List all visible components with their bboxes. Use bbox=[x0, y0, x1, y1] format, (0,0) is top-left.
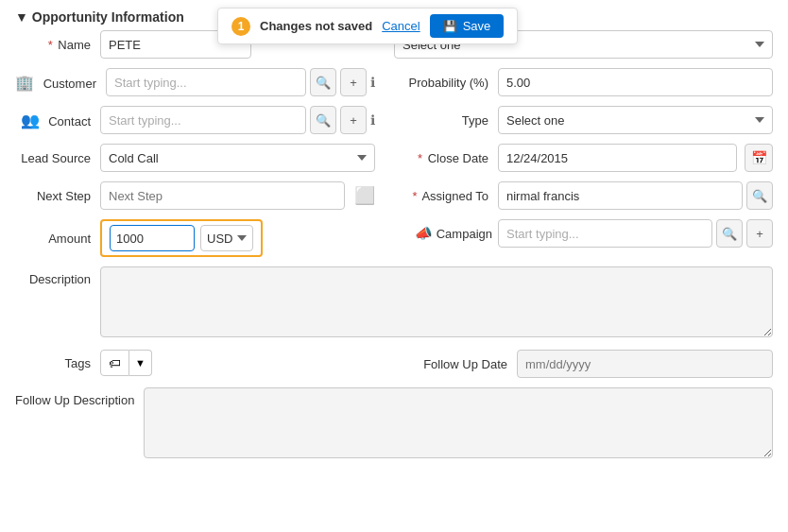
name-label: * Name bbox=[15, 38, 100, 52]
notification-message: Changes not saved bbox=[260, 19, 372, 33]
campaign-control: 🔍 + bbox=[498, 219, 773, 248]
campaign-add-btn[interactable]: + bbox=[746, 219, 773, 248]
contact-add-btn[interactable]: + bbox=[340, 106, 367, 134]
contact-info-icon[interactable]: ℹ bbox=[370, 112, 375, 128]
save-button[interactable]: 💾 Save bbox=[430, 14, 505, 38]
next-step-control: ⬜ bbox=[100, 181, 375, 210]
campaign-search-btn[interactable]: 🔍 bbox=[716, 219, 743, 248]
probability-input[interactable] bbox=[498, 68, 773, 96]
contact-search-btn[interactable]: 🔍 bbox=[310, 106, 336, 134]
assigned-to-input[interactable] bbox=[498, 181, 743, 210]
save-icon: 💾 bbox=[443, 20, 457, 33]
description-control bbox=[100, 266, 773, 340]
name-required-star: * bbox=[48, 38, 53, 52]
tag-icon: 🏷 bbox=[109, 356, 121, 370]
type-select[interactable]: Select one bbox=[498, 106, 773, 134]
customer-label: 🏢 Customer bbox=[15, 74, 106, 92]
save-label: Save bbox=[463, 19, 491, 33]
amount-input[interactable] bbox=[110, 225, 195, 251]
type-label: Type bbox=[394, 113, 498, 128]
customer-icon: 🏢 bbox=[15, 75, 34, 91]
customer-control: 🔍 + ℹ bbox=[106, 68, 375, 96]
type-right: Type Select one bbox=[394, 106, 773, 134]
lead-source-select[interactable]: Cold Call Web Phone Inquiry Partner Othe… bbox=[100, 144, 375, 172]
lead-source-row: Lead Source Cold Call Web Phone Inquiry … bbox=[15, 144, 773, 172]
page-wrapper: 1 Changes not saved Cancel 💾 Save ▼ Oppo… bbox=[0, 0, 788, 532]
next-step-input[interactable] bbox=[100, 181, 345, 210]
description-textarea[interactable] bbox=[100, 266, 773, 337]
currency-select[interactable]: USD EUR GBP bbox=[200, 225, 253, 251]
contact-left: 👥 Contact 🔍 + ℹ bbox=[15, 106, 394, 134]
close-date-control: 📅 bbox=[498, 144, 773, 172]
contact-control: 🔍 + ℹ bbox=[100, 106, 375, 134]
assigned-to-right: * Assigned To 🔍 bbox=[394, 181, 773, 210]
customer-add-btn[interactable]: + bbox=[340, 68, 367, 96]
follow-up-description-control bbox=[144, 387, 773, 461]
customer-info-icon[interactable]: ℹ bbox=[370, 75, 375, 90]
tags-control: 🏷 ▼ bbox=[100, 350, 152, 376]
follow-up-description-label: Follow Up Description bbox=[15, 393, 144, 407]
assigned-to-label: * Assigned To bbox=[394, 189, 498, 203]
form-section: * Name Select one 🏢 Custom bbox=[0, 30, 788, 461]
next-step-label: Next Step bbox=[15, 189, 100, 203]
next-step-left: Next Step ⬜ bbox=[15, 181, 394, 210]
probability-right: Probability (%) bbox=[394, 68, 773, 96]
follow-up-date-right: Follow Up Date bbox=[394, 350, 773, 378]
follow-up-date-control bbox=[517, 350, 773, 378]
next-step-icon: ⬜ bbox=[354, 185, 375, 206]
customer-row: 🏢 Customer 🔍 + ℹ Probability (%) bbox=[15, 68, 773, 96]
amount-highlight-box: USD EUR GBP bbox=[100, 219, 263, 257]
campaign-input[interactable] bbox=[498, 219, 712, 248]
close-date-input[interactable] bbox=[498, 144, 737, 172]
probability-control bbox=[498, 68, 773, 96]
contact-input[interactable] bbox=[100, 106, 306, 134]
assigned-to-required-star: * bbox=[412, 189, 417, 203]
close-date-right: * Close Date 📅 bbox=[394, 144, 773, 172]
campaign-label: 📣 Campaign bbox=[394, 225, 498, 242]
tags-label: Tags bbox=[15, 356, 100, 370]
contact-icon: 👥 bbox=[21, 112, 40, 129]
contact-row: 👥 Contact 🔍 + ℹ Type Select one bbox=[15, 106, 773, 134]
amount-left: Amount USD EUR GBP bbox=[15, 219, 394, 257]
chevron-down-icon[interactable]: ▼ bbox=[15, 9, 28, 25]
tags-left: Tags 🏷 ▼ bbox=[15, 350, 394, 376]
description-row: Description bbox=[15, 266, 773, 340]
lead-source-left: Lead Source Cold Call Web Phone Inquiry … bbox=[15, 144, 394, 172]
calendar-btn[interactable]: 📅 bbox=[745, 144, 773, 172]
notification-bar: 1 Changes not saved Cancel 💾 Save bbox=[217, 8, 518, 44]
amount-label: Amount bbox=[15, 232, 100, 246]
contact-label: 👥 Contact bbox=[15, 112, 100, 129]
warning-icon: 1 bbox=[231, 17, 250, 36]
tags-btn[interactable]: 🏷 bbox=[100, 350, 129, 376]
description-label: Description bbox=[15, 272, 100, 286]
amount-row: Amount USD EUR GBP 📣 Campaign bbox=[15, 219, 773, 257]
close-date-required-star: * bbox=[418, 151, 422, 165]
type-control: Select one bbox=[498, 106, 773, 134]
customer-input[interactable] bbox=[106, 68, 306, 96]
probability-label: Probability (%) bbox=[394, 76, 498, 90]
tags-row: Tags 🏷 ▼ Follow Up Date bbox=[15, 350, 773, 378]
campaign-icon: 📣 bbox=[415, 225, 433, 242]
follow-up-description-row: Follow Up Description bbox=[15, 387, 773, 461]
tags-dropdown-btn[interactable]: ▼ bbox=[129, 350, 152, 376]
close-date-label: * Close Date bbox=[394, 151, 498, 165]
section-title: Opportunity Information bbox=[32, 9, 184, 25]
customer-left: 🏢 Customer 🔍 + ℹ bbox=[15, 68, 394, 96]
lead-source-label: Lead Source bbox=[15, 151, 100, 165]
assigned-to-control: 🔍 bbox=[498, 181, 773, 210]
customer-search-btn[interactable]: 🔍 bbox=[310, 68, 336, 96]
next-step-row: Next Step ⬜ * Assigned To 🔍 bbox=[15, 181, 773, 210]
follow-up-description-textarea[interactable] bbox=[144, 387, 773, 458]
follow-up-date-label: Follow Up Date bbox=[394, 357, 517, 371]
follow-up-date-input[interactable] bbox=[517, 350, 773, 378]
lead-source-control: Cold Call Web Phone Inquiry Partner Othe… bbox=[100, 144, 375, 172]
cancel-link[interactable]: Cancel bbox=[382, 19, 420, 33]
assigned-to-search-btn[interactable]: 🔍 bbox=[746, 181, 773, 210]
campaign-right: 📣 Campaign 🔍 + bbox=[394, 219, 773, 248]
